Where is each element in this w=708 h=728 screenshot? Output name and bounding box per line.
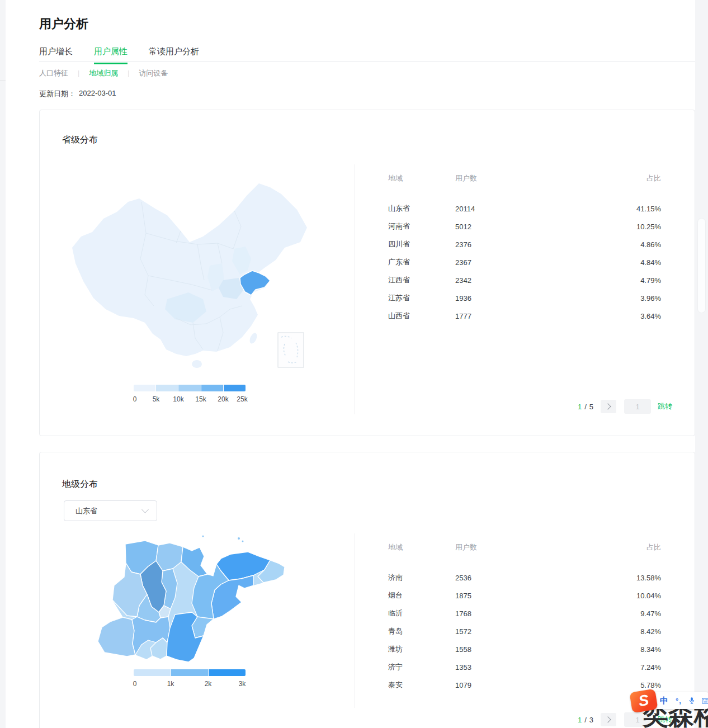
province-pagination: 1 / 5 跳转 [578,399,672,414]
col-header-users: 用户数 [455,173,622,183]
city-distribution-card: 地级分布 山东省 [39,452,695,728]
microphone-icon[interactable] [689,696,695,705]
table-row: 潍坊15588.34% [388,640,661,658]
update-date-value: 2022-03-01 [79,89,116,99]
table-row: 泰安10795.78% [388,676,661,694]
province-select-dropdown[interactable]: 山东省 [64,500,157,521]
province-table: 地域 用户数 占比 山东省2011441.15% 河南省501210.25% 四… [388,173,661,325]
left-gutter [0,0,6,728]
chevron-down-icon [141,506,149,513]
table-row: 烟台187510.04% [388,587,661,604]
ime-language-toggle[interactable]: 中 [660,696,668,706]
ime-toolbar: S 中 °, [631,691,708,712]
subtab-separator: | [128,69,129,77]
table-row: 济宁13537.24% [388,658,661,676]
keyboard-icon[interactable] [702,697,708,705]
col-header-pct: 占比 [622,542,661,552]
province-distribution-card: 省级分布 [39,110,695,436]
ime-punctuation-toggle[interactable]: °, [676,697,682,705]
page-title: 用户分析 [39,16,88,32]
city-table: 地域 用户数 占比 济南253613.58% 烟台187510.04% 临沂17… [388,542,661,694]
sogou-logo-icon[interactable]: S [629,689,658,713]
city-card-title: 地级分布 [62,479,98,490]
table-header-row: 地域 用户数 占比 [388,173,661,184]
col-header-region: 地域 [388,173,455,183]
subtab-separator: | [78,69,79,77]
south-china-sea-inset [278,333,304,367]
table-header-row: 地域 用户数 占比 [388,542,661,553]
left-gutter-divider [0,80,6,81]
total-pages: 3 [589,716,593,724]
subtab-devices[interactable]: 访问设备 [139,68,168,78]
table-row: 临沂17689.47% [388,604,661,622]
table-row: 四川省23764.86% [388,235,661,253]
col-header-pct: 占比 [622,173,661,183]
legend-ticks: 0 5k 10k 15k 20k 25k [134,395,246,404]
jump-button[interactable]: 跳转 [658,401,672,412]
user-analysis-page: 用户分析 用户增长 用户属性 常读用户分析 人口特征 | 地域归属 | 访问设备… [0,0,708,728]
table-row: 青岛15728.42% [388,622,661,640]
table-row: 山东省2011441.15% [388,200,661,218]
province-card-title: 省级分布 [62,134,98,146]
legend-ticks: 0 1k 2k 3k [134,680,246,688]
scrollbar-track[interactable] [695,0,708,728]
table-row: 山西省17773.64% [388,307,661,325]
next-page-button[interactable] [601,400,616,413]
current-page: 1 [578,403,582,411]
legend-gradient-bar [134,669,246,676]
col-header-region: 地域 [388,542,455,552]
col-header-users: 用户数 [455,542,622,552]
next-page-button[interactable] [601,713,616,726]
province-select-value: 山东省 [75,506,97,516]
subtab-region[interactable]: 地域归属 [89,68,118,78]
table-row: 江苏省19363.96% [388,289,661,307]
update-date-label: 更新日期： [39,89,75,99]
tabs-divider [39,62,695,62]
province-map-legend: 0 5k 10k 15k 20k 25k [134,385,246,404]
table-row: 济南253613.58% [388,569,661,587]
chevron-right-icon [605,716,611,722]
scrollbar-thumb[interactable] [697,218,706,313]
current-page: 1 [578,716,582,724]
table-row: 江西省23424.79% [388,271,661,289]
shandong-choropleth-map[interactable] [79,532,314,677]
subtab-demographics[interactable]: 人口特征 [39,68,68,78]
page-jump-input[interactable] [624,399,651,414]
chevron-right-icon [605,403,611,409]
column-divider [355,164,355,414]
sub-tabs: 人口特征 | 地域归属 | 访问设备 [39,68,168,78]
table-row: 广东省23674.84% [388,253,661,271]
table-row: 河南省501210.25% [388,218,661,235]
legend-gradient-bar [134,385,246,391]
total-pages: 5 [589,403,593,411]
column-divider [355,533,355,708]
china-choropleth-map[interactable] [56,165,325,377]
update-date-row: 更新日期： 2022-03-01 [39,89,116,99]
city-map-legend: 0 1k 2k 3k [134,669,246,688]
